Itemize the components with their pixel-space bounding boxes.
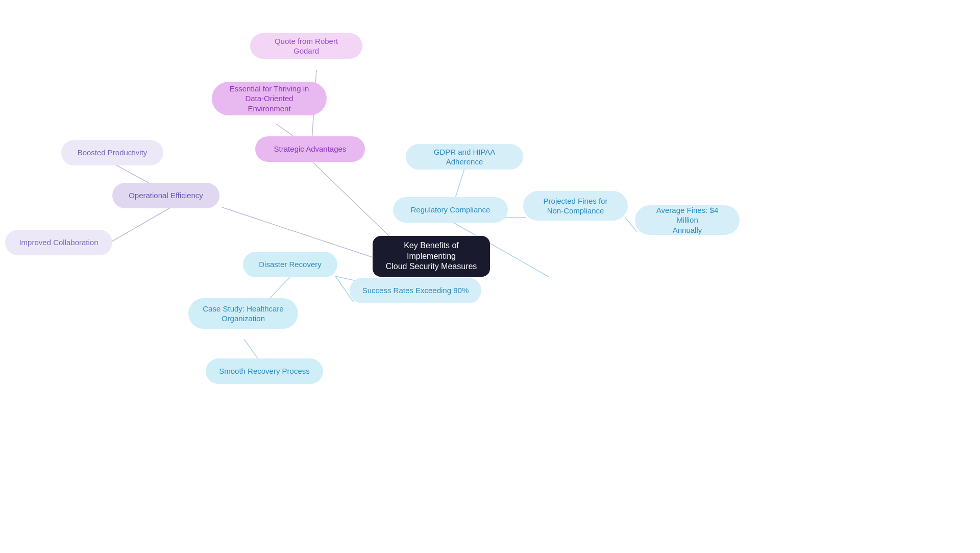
strategic-node: Strategic Advantages [255,136,365,162]
disaster-node: Disaster Recovery [243,252,337,277]
casestudy-label: Case Study: Healthcare Organization [203,304,283,324]
gdpr-label: GDPR and HIPAA Adherence [417,147,512,167]
regulatory-label: Regulatory Compliance [411,205,491,215]
projected-label: Projected Fines for Non-Compliance [544,196,608,216]
quote-node: Quote from Robert Godard [250,33,362,59]
average-label: Average Fines: $4 Million Annually [646,205,728,235]
smooth-label: Smooth Recovery Process [219,366,310,376]
casestudy-node: Case Study: Healthcare Organization [188,298,298,329]
success-label: Success Rates Exceeding 90% [362,285,469,296]
strategic-label: Strategic Advantages [274,144,347,154]
operational-node: Operational Efficiency [112,183,219,208]
regulatory-node: Regulatory Compliance [393,197,508,223]
operational-label: Operational Efficiency [129,190,203,201]
average-node: Average Fines: $4 Million Annually [635,205,740,235]
smooth-node: Smooth Recovery Process [206,358,323,384]
essential-node: Essential for Thriving in Data-Oriented … [212,82,327,115]
boosted-label: Boosted Productivity [78,148,148,158]
success-node: Success Rates Exceeding 90% [350,278,481,303]
projected-node: Projected Fines for Non-Compliance [523,191,628,221]
boosted-node: Boosted Productivity [61,140,163,165]
gdpr-node: GDPR and HIPAA Adherence [406,144,523,170]
svg-line-5 [111,207,171,242]
disaster-label: Disaster Recovery [259,259,322,270]
improved-node: Improved Collaboration [5,230,112,255]
center-label: Key Benefits of Implementing Cloud Secur… [384,241,479,272]
center-node: Key Benefits of Implementing Cloud Secur… [373,236,490,277]
quote-label: Quote from Robert Godard [261,36,351,56]
essential-label: Essential for Thriving in Data-Oriented … [223,84,315,114]
improved-label: Improved Collaboration [19,237,98,248]
